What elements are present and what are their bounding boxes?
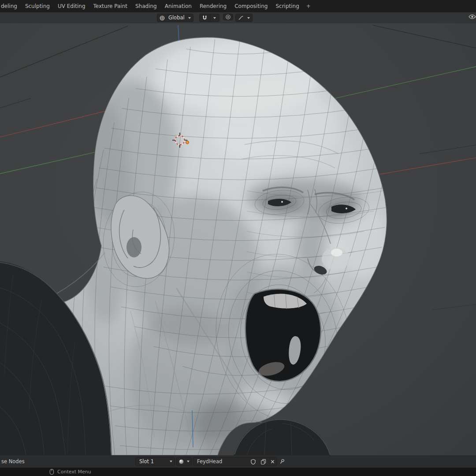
proportional-falloff-dropdown[interactable] [235,14,253,22]
tab-modeling-partial[interactable]: deling [0,0,21,12]
fake-user-button[interactable] [248,457,258,466]
chevron-down-icon [247,17,250,19]
material-name-field[interactable]: FeydHead [193,457,248,466]
add-workspace-button[interactable]: + [303,0,314,12]
snap-settings-dropdown[interactable] [210,14,219,22]
slot-label: Slot 1 [136,458,167,465]
orientation-label: Global [167,15,186,21]
tab-texture-paint[interactable]: Texture Paint [89,0,131,12]
tab-uv-editing[interactable]: UV Editing [54,0,89,12]
context-menu-hint: Context Menu [57,469,91,475]
tab-rendering[interactable]: Rendering [196,0,231,12]
chevron-down-icon [187,461,190,462]
tab-sculpting[interactable]: Sculpting [21,0,54,12]
pin-id-button[interactable] [279,458,285,465]
proportional-editing-icon [225,14,231,20]
global-orientation-icon [157,14,167,22]
chevron-down-icon [188,17,191,19]
material-name: FeydHead [197,458,222,465]
chevron-down-icon [213,17,216,19]
eye-icon[interactable] [467,14,476,20]
falloff-curve-icon [236,14,245,22]
object-origin-dot [186,141,189,144]
material-header-bar: se Nodes Slot 1 FeydHead [0,455,476,468]
unlink-material-button[interactable] [268,457,277,466]
tab-scripting[interactable]: Scripting [271,0,303,12]
material-browse-dropdown[interactable] [176,457,192,466]
material-id-block: FeydHead [193,457,277,466]
tab-shading[interactable]: Shading [131,0,161,12]
transform-orientation-dropdown[interactable]: Global [157,14,193,22]
snapping-group [199,14,219,22]
workspace-tab-bar: deling Sculpting UV Editing Texture Pain… [0,0,476,12]
status-bar: Context Menu [0,468,476,476]
3d-viewport[interactable] [0,23,476,455]
material-sphere-icon [177,457,185,465]
viewport-header: Global [0,12,476,24]
material-slot-dropdown[interactable]: Slot 1 [135,457,175,466]
proportional-editing-toggle[interactable] [223,14,233,20]
pin-icon [279,458,285,465]
snap-toggle-button[interactable] [200,14,210,22]
magnet-icon [202,15,208,21]
copy-icon [260,459,266,465]
close-icon [270,459,275,464]
duplicate-material-button[interactable] [258,457,268,466]
chevron-down-icon [170,461,172,462]
shield-icon [250,459,256,465]
tab-animation[interactable]: Animation [161,0,196,12]
use-nodes-label-partial[interactable]: se Nodes [1,458,25,465]
mouse-icon [49,469,54,475]
tab-compositing[interactable]: Compositing [231,0,271,12]
